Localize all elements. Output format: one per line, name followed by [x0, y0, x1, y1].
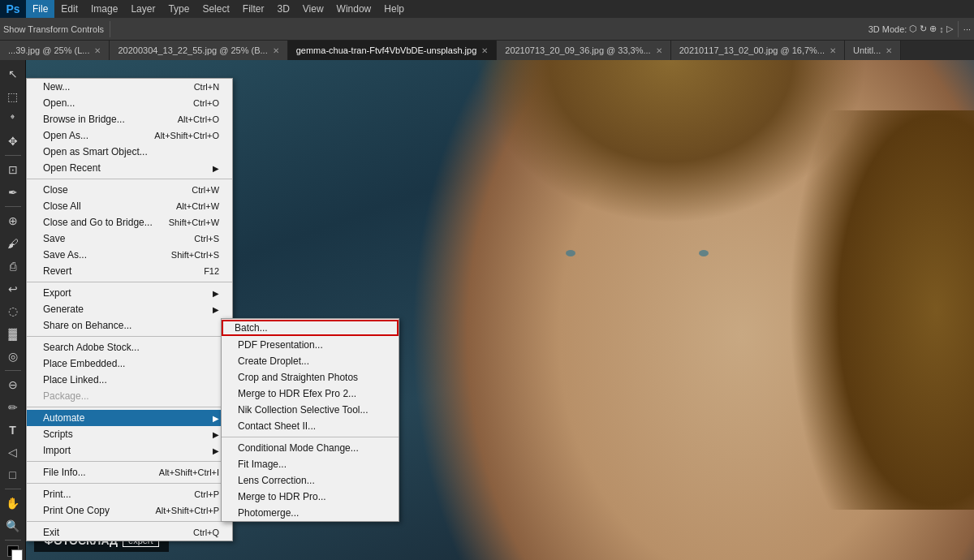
menu-select[interactable]: Select	[196, 0, 235, 18]
menu-print[interactable]: Print...Ctrl+P	[27, 486, 232, 502]
menu-sep-2	[27, 282, 232, 282]
menu-close-all[interactable]: Close AllAlt+Ctrl+W	[27, 198, 232, 214]
menu-browse-bridge[interactable]: Browse in Bridge...Alt+Ctrl+O	[27, 111, 232, 127]
shape-tool[interactable]: □	[2, 464, 24, 485]
pen-tool[interactable]: ✏	[2, 397, 24, 418]
background-color[interactable]	[11, 549, 23, 560]
menu-new[interactable]: New...Ctrl+N	[27, 79, 232, 95]
move-tool[interactable]: ↖	[2, 63, 24, 84]
menu-revert[interactable]: RevertF12	[27, 263, 232, 279]
menu-merge-hdr-pro[interactable]: Merge to HDR Pro...	[222, 489, 399, 505]
3d-icon-2[interactable]: ↻	[920, 24, 927, 34]
lasso-tool[interactable]: 𝄌	[2, 109, 24, 130]
foreground-color[interactable]	[7, 545, 19, 557]
menu-batch[interactable]: Batch...	[222, 320, 399, 336]
hand-tool[interactable]: ✋	[2, 493, 24, 514]
menu-image[interactable]: Image	[84, 0, 124, 18]
eyedropper-tool[interactable]: ✒	[2, 182, 24, 203]
menu-place-embedded[interactable]: Place Embedded...	[27, 355, 232, 372]
tab-6-label: Untitl...	[853, 45, 881, 55]
tab-3-label: gemma-chua-tran-Ftvf4VbVbDE-unsplash.jpg	[296, 45, 477, 55]
menu-fit-image[interactable]: Fit Image...	[222, 456, 399, 472]
tab-4-label: 20210713_20_09_36.jpg @ 33,3%...	[505, 45, 650, 55]
tab-4[interactable]: 20210713_20_09_36.jpg @ 33,3%... ✕	[497, 41, 670, 60]
menu-view[interactable]: View	[296, 0, 330, 18]
3d-icon-3[interactable]: ⊕	[929, 24, 937, 34]
quick-selection-tool[interactable]: ✥	[2, 131, 24, 153]
rectangle-marquee-tool[interactable]: ⬚	[2, 86, 24, 107]
crop-tool[interactable]: ⊡	[2, 159, 24, 180]
menu-3d[interactable]: 3D	[270, 0, 295, 18]
tab-1-close[interactable]: ✕	[94, 46, 101, 55]
tab-5-label: 20210117_13_02_00.jpg @ 16,7%...	[679, 45, 825, 55]
menu-lens-correction[interactable]: Lens Correction...	[222, 472, 399, 489]
brush-tool[interactable]: 🖌	[2, 233, 24, 254]
tab-5[interactable]: 20210117_13_02_00.jpg @ 16,7%... ✕	[671, 41, 845, 60]
menu-conditional-mode-change[interactable]: Conditional Mode Change...	[222, 440, 399, 456]
tab-1[interactable]: ...39.jpg @ 25% (L... ✕	[0, 41, 110, 60]
menu-share-behance[interactable]: Share on Behance...	[27, 317, 232, 334]
tab-6[interactable]: Untitl... ✕	[845, 41, 901, 60]
menu-search-adobe-stock[interactable]: Search Adobe Stock...	[27, 339, 232, 355]
dodge-tool[interactable]: ⊖	[2, 374, 24, 395]
menu-place-linked[interactable]: Place Linked...	[27, 372, 232, 388]
clone-stamp-tool[interactable]: ⎙	[2, 256, 24, 277]
text-tool[interactable]: T	[2, 420, 24, 441]
menu-save-as[interactable]: Save As...Shift+Ctrl+S	[27, 247, 232, 263]
3d-icon-4[interactable]: ↕	[939, 24, 944, 34]
menu-exit[interactable]: ExitCtrl+Q	[27, 524, 232, 541]
menu-nik-collection[interactable]: Nik Collection Selective Tool...	[222, 402, 399, 418]
menu-window[interactable]: Window	[330, 0, 378, 18]
menu-filter[interactable]: Filter	[236, 0, 271, 18]
history-brush-tool[interactable]: ↩	[2, 278, 24, 299]
menu-import[interactable]: Import▶	[27, 442, 232, 459]
menu-file-info[interactable]: File Info...Alt+Shift+Ctrl+I	[27, 464, 232, 480]
tab-2-close[interactable]: ✕	[273, 46, 279, 55]
menu-crop-straighten[interactable]: Crop and Straighten Photos	[222, 369, 399, 386]
healing-brush-tool[interactable]: ⊕	[2, 210, 24, 231]
3d-icon-1[interactable]: ⬡	[909, 24, 917, 34]
menu-open-smart-object[interactable]: Open as Smart Object...	[27, 144, 232, 160]
tab-1-label: ...39.jpg @ 25% (L...	[8, 45, 89, 55]
tab-2[interactable]: 20200304_13_22_55.jpg @ 25% (B... ✕	[110, 41, 287, 60]
menu-pdf-presentation[interactable]: PDF Presentation...	[222, 337, 399, 353]
tab-5-close[interactable]: ✕	[830, 46, 836, 55]
menu-close-goto-bridge[interactable]: Close and Go to Bridge...Shift+Ctrl+W	[27, 214, 232, 230]
blur-tool[interactable]: ◎	[2, 346, 24, 367]
gradient-tool[interactable]: ▓	[2, 323, 24, 344]
options-toolbar: Show Transform Controls 3D Mode: ⬡ ↻ ⊕ ↕…	[0, 18, 974, 41]
menu-automate[interactable]: Automate▶	[27, 410, 232, 426]
menu-sep-1	[27, 179, 232, 179]
tool-divider-2	[5, 206, 21, 207]
tab-3-close[interactable]: ✕	[481, 46, 488, 55]
menu-save[interactable]: SaveCtrl+S	[27, 230, 232, 247]
menu-contact-sheet[interactable]: Contact Sheet II...	[222, 418, 399, 434]
more-options-icon[interactable]: ···	[963, 24, 971, 34]
menu-file[interactable]: File	[26, 0, 54, 18]
eraser-tool[interactable]: ◌	[2, 300, 24, 321]
menu-edit[interactable]: Edit	[54, 0, 84, 18]
menu-open-recent[interactable]: Open Recent▶	[27, 160, 232, 176]
menu-layer[interactable]: Layer	[124, 0, 162, 18]
menu-generate[interactable]: Generate▶	[27, 301, 232, 317]
tab-4-close[interactable]: ✕	[656, 46, 662, 55]
menu-type[interactable]: Type	[162, 0, 196, 18]
menu-sep-6	[27, 483, 232, 484]
menu-help[interactable]: Help	[377, 0, 411, 18]
path-selection-tool[interactable]: ◁	[2, 442, 24, 463]
menu-photomerge[interactable]: Photomerge...	[222, 505, 399, 521]
menu-open-as[interactable]: Open As...Alt+Shift+Ctrl+O	[27, 127, 232, 144]
menu-print-one-copy[interactable]: Print One CopyAlt+Shift+Ctrl+P	[27, 502, 232, 519]
tab-6-close[interactable]: ✕	[886, 46, 892, 55]
menu-export[interactable]: Export▶	[27, 285, 232, 301]
menu-close[interactable]: CloseCtrl+W	[27, 182, 232, 198]
menu-merge-hdr-efex[interactable]: Merge to HDR Efex Pro 2...	[222, 386, 399, 402]
menu-create-droplet[interactable]: Create Droplet...	[222, 353, 399, 369]
menu-open[interactable]: Open...Ctrl+O	[27, 95, 232, 111]
zoom-tool[interactable]: 🔍	[2, 515, 24, 536]
tab-3[interactable]: gemma-chua-tran-Ftvf4VbVbDE-unsplash.jpg…	[288, 41, 498, 60]
menu-scripts[interactable]: Scripts▶	[27, 426, 232, 442]
3d-icon-5[interactable]: ▷	[946, 24, 953, 34]
toolbar-separator-2	[958, 21, 959, 37]
tabs-bar: ...39.jpg @ 25% (L... ✕ 20200304_13_22_5…	[0, 41, 974, 60]
